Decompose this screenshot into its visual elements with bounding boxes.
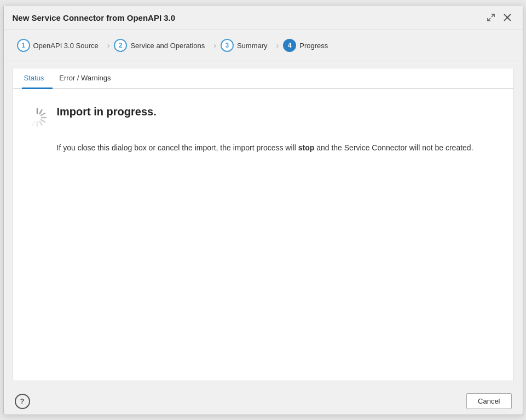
dialog-window: New Service Connector from OpenAPI 3.0 (3, 5, 523, 415)
import-stop-word: stop (298, 143, 315, 152)
close-icon (503, 13, 512, 22)
import-body: If you close this dialog box or cancel t… (57, 142, 500, 154)
svg-line-8 (41, 120, 45, 122)
titlebar: New Service Connector from OpenAPI 3.0 (4, 5, 523, 30)
svg-line-11 (32, 121, 34, 125)
step-2: 2 Service and Operations (112, 37, 211, 54)
step-1-circle: 1 (17, 39, 30, 52)
svg-line-9 (39, 121, 42, 125)
wizard-steps: 1 OpenAPI 3.0 Source › 2 Service and Ope… (4, 30, 523, 61)
import-status-section: Import in progress. (26, 106, 500, 129)
dialog-footer: ? Cancel (4, 388, 523, 415)
tab-error-warnings[interactable]: Error / Warnings (57, 68, 119, 89)
step-3-label: Summary (237, 42, 268, 50)
expand-icon (487, 13, 495, 22)
spinner-icon (26, 107, 48, 129)
step-2-label: Service and Operations (130, 42, 205, 50)
import-body-before: If you close this dialog box or cancel t… (57, 143, 298, 152)
dialog-content: Status Error / Warnings I (13, 68, 514, 381)
step-4: 4 Progress (281, 37, 334, 54)
step-divider-3: › (274, 41, 281, 50)
step-3: 3 Summary (218, 37, 274, 54)
tab-status[interactable]: Status (22, 68, 53, 89)
svg-line-6 (41, 113, 45, 115)
step-1-label: OpenAPI 3.0 Source (33, 42, 99, 50)
dialog-title: New Service Connector from OpenAPI 3.0 (13, 13, 176, 22)
step-4-circle: 4 (283, 39, 296, 52)
expand-button[interactable] (484, 11, 498, 24)
step-2-circle: 2 (114, 39, 127, 52)
svg-line-5 (39, 110, 42, 114)
tab-content-status: Import in progress. If you close this di… (13, 89, 513, 381)
cancel-button[interactable]: Cancel (466, 393, 511, 409)
titlebar-actions (484, 11, 514, 24)
step-divider-1: › (105, 41, 112, 50)
step-3-circle: 3 (221, 39, 234, 52)
tab-bar: Status Error / Warnings (13, 68, 513, 89)
close-button[interactable] (501, 11, 514, 24)
step-4-label: Progress (299, 42, 328, 50)
step-divider-2: › (211, 41, 218, 50)
help-button[interactable]: ? (15, 394, 30, 409)
import-body-after: and the Service Connector will not be cr… (314, 143, 473, 152)
step-1: 1 OpenAPI 3.0 Source (15, 37, 105, 54)
import-title: Import in progress. (57, 106, 157, 118)
